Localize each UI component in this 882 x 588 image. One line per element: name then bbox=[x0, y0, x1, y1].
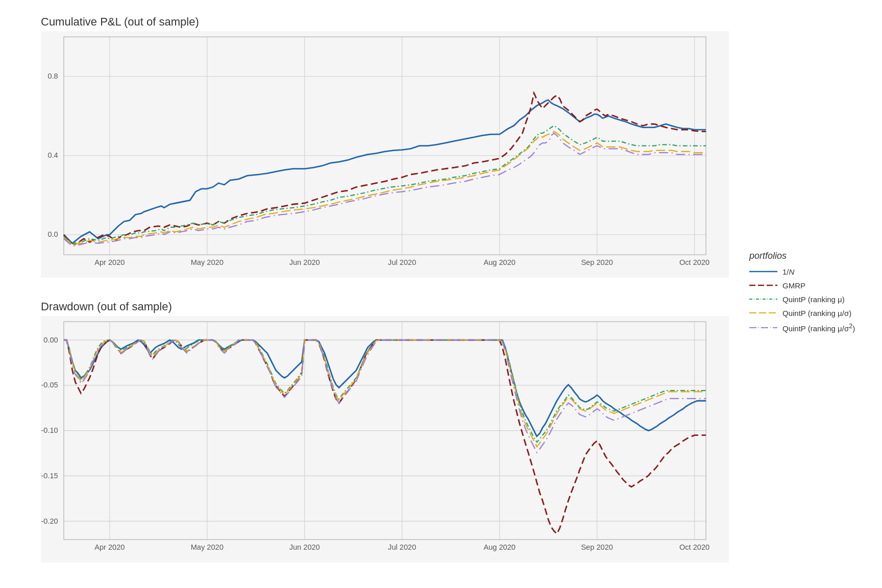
x-label-jul-dd: Jul 2020 bbox=[388, 543, 416, 551]
chart-bg bbox=[41, 31, 729, 278]
y-label-0: 0.0 bbox=[47, 230, 58, 238]
top-chart-title: Cumulative P&L (out of sample) bbox=[41, 15, 729, 29]
legend-icon-quintp-musigma2 bbox=[749, 325, 777, 331]
legend-item-gmrp: GMRP bbox=[749, 281, 856, 290]
bottom-chart-svg: 0.00 -0.05 -0.10 -0.15 -0.20 Apr 2020 Ma… bbox=[41, 316, 729, 562]
y-label-005: -0.05 bbox=[41, 381, 58, 389]
y-label-010: -0.10 bbox=[41, 426, 58, 434]
x-label-jun-dd: Jun 2020 bbox=[289, 543, 320, 551]
y-label-0dd: 0.00 bbox=[43, 336, 58, 344]
y-label-020: -0.20 bbox=[41, 517, 58, 525]
main-container: Cumulative P&L (out of sample) bbox=[0, 0, 882, 588]
x-label-jul: Jul 2020 bbox=[388, 258, 416, 266]
x-label-apr-dd: Apr 2020 bbox=[94, 543, 125, 551]
legend-icon-1n bbox=[749, 268, 777, 275]
x-label-oct-dd: Oct 2020 bbox=[679, 543, 709, 551]
legend-label-1n: 1/N bbox=[782, 267, 794, 276]
chart-bg-bottom bbox=[41, 316, 729, 562]
legend-item-quintp-mu: QuintP (ranking μ) bbox=[749, 295, 856, 304]
x-label-apr: Apr 2020 bbox=[94, 258, 125, 266]
legend-area: portfolios 1/N GMRP QuintP (ra bbox=[734, 10, 877, 578]
bottom-chart-svg-container: 0.00 -0.05 -0.10 -0.15 -0.20 Apr 2020 Ma… bbox=[41, 316, 729, 562]
legend-label-quintp-musigma2: QuintP (ranking μ/σ2) bbox=[782, 323, 855, 333]
x-label-may: May 2020 bbox=[191, 258, 224, 266]
x-label-may-dd: May 2020 bbox=[191, 543, 224, 551]
top-chart-svg-container: 0.0 0.4 0.8 Apr 2020 May 2020 Jun 2020 J… bbox=[41, 31, 729, 278]
x-label-sep-dd: Sep 2020 bbox=[581, 543, 613, 551]
y-label-04: 0.4 bbox=[47, 151, 58, 159]
legend-label-quintp-mu: QuintP (ranking μ) bbox=[782, 295, 845, 304]
bottom-chart-wrapper: Drawdown (out of sample) bbox=[5, 295, 734, 580]
legend-item-1n: 1/N bbox=[749, 267, 856, 276]
legend-item-quintp-musigma: QuintP (ranking μ/σ) bbox=[749, 309, 856, 317]
legend-title: portfolios bbox=[749, 251, 856, 261]
charts-area: Cumulative P&L (out of sample) bbox=[5, 10, 734, 578]
legend-box: portfolios 1/N GMRP QuintP (ra bbox=[739, 240, 867, 348]
x-label-jun: Jun 2020 bbox=[289, 258, 320, 266]
x-label-oct: Oct 2020 bbox=[679, 258, 709, 266]
bottom-chart-title: Drawdown (out of sample) bbox=[41, 300, 729, 313]
legend-icon-quintp-musigma bbox=[749, 310, 777, 316]
legend-label-quintp-musigma: QuintP (ranking μ/σ) bbox=[782, 309, 851, 317]
y-label-08: 0.8 bbox=[47, 72, 58, 80]
top-chart-wrapper: Cumulative P&L (out of sample) bbox=[5, 10, 734, 295]
y-label-015: -0.15 bbox=[41, 472, 58, 480]
legend-icon-quintp-mu bbox=[749, 296, 777, 302]
x-label-aug-dd: Aug 2020 bbox=[483, 543, 516, 551]
top-chart-svg: 0.0 0.4 0.8 Apr 2020 May 2020 Jun 2020 J… bbox=[41, 31, 729, 278]
x-label-aug: Aug 2020 bbox=[483, 258, 516, 266]
legend-label-gmrp: GMRP bbox=[782, 281, 805, 290]
legend-icon-gmrp bbox=[749, 282, 777, 288]
x-label-sep: Sep 2020 bbox=[581, 258, 613, 266]
legend-item-quintp-musigma2: QuintP (ranking μ/σ2) bbox=[749, 323, 856, 333]
